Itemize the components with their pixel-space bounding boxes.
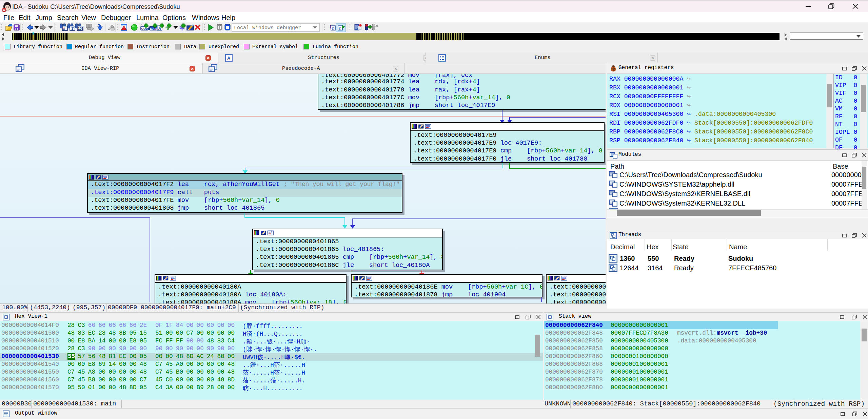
svg-text:C: C [332, 26, 334, 30]
svg-text:A: A [227, 56, 231, 61]
svg-text:#: # [63, 26, 65, 31]
svg-text:6: 6 [3, 8, 5, 12]
svg-text:101: 101 [78, 27, 84, 30]
svg-text:C: C [339, 26, 341, 30]
svg-text:Local Windows debugger: Local Windows debugger [234, 25, 301, 31]
svg-text:T: T [71, 26, 74, 31]
